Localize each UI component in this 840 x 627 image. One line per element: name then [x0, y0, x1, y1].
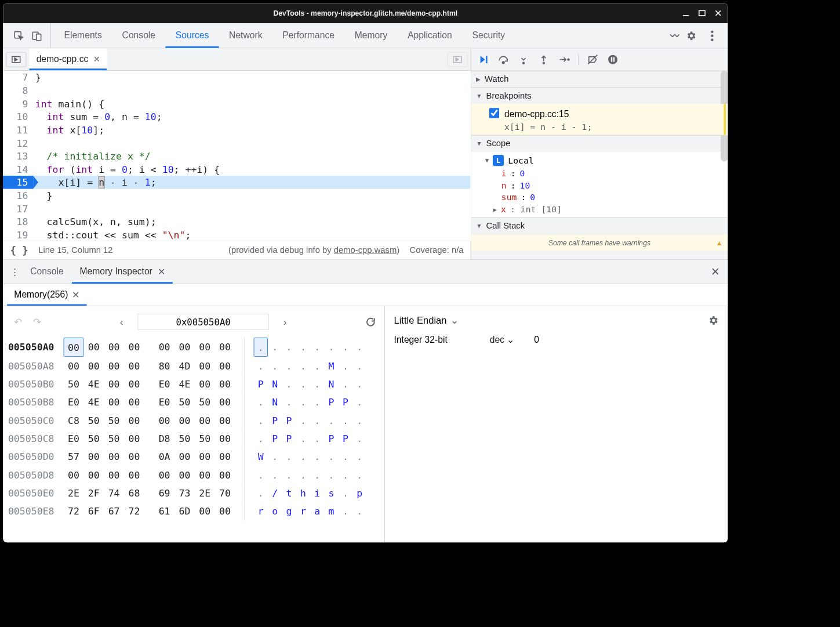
- ascii-char[interactable]: .: [339, 411, 352, 429]
- ascii-char[interactable]: .: [296, 357, 310, 375]
- hex-byte[interactable]: 00: [64, 338, 84, 357]
- tab-network[interactable]: Network: [219, 23, 272, 48]
- hex-byte[interactable]: E0: [154, 393, 174, 411]
- hex-byte[interactable]: 00: [124, 411, 144, 429]
- hex-byte[interactable]: 00: [174, 338, 195, 357]
- code-editor[interactable]: 7} 8 9int main() { 10 int sum = 0, n = 1…: [3, 71, 470, 241]
- ascii-char[interactable]: .: [254, 357, 268, 375]
- hex-byte[interactable]: 00: [195, 357, 215, 375]
- hex-byte[interactable]: 00: [64, 466, 84, 484]
- hex-byte[interactable]: 00: [174, 411, 195, 429]
- hex-byte[interactable]: 2E: [195, 484, 215, 502]
- ascii-char[interactable]: .: [352, 393, 366, 411]
- ascii-char[interactable]: P: [282, 411, 296, 429]
- hex-byte[interactable]: 00: [195, 375, 215, 393]
- scope-section-header[interactable]: ▼Scope: [471, 135, 728, 152]
- kebab-menu-icon[interactable]: [704, 27, 721, 45]
- history-back-icon[interactable]: ↶: [11, 316, 25, 328]
- hex-byte[interactable]: 00: [124, 338, 144, 357]
- hex-byte[interactable]: 00: [124, 375, 144, 393]
- hex-byte[interactable]: D8: [154, 429, 174, 447]
- more-tabs-icon[interactable]: [666, 27, 683, 45]
- close-memory-tab-icon[interactable]: ✕: [72, 289, 79, 300]
- hex-byte[interactable]: 00: [215, 338, 235, 357]
- breakpoint-item[interactable]: demo-cpp.cc:15 x[i] = n - i - 1;: [471, 104, 728, 135]
- hex-byte[interactable]: 00: [124, 466, 144, 484]
- hex-byte[interactable]: 00: [104, 375, 124, 393]
- settings-icon[interactable]: [682, 27, 700, 45]
- hex-byte[interactable]: 50: [195, 429, 215, 447]
- hex-byte[interactable]: 00: [104, 448, 124, 466]
- ascii-char[interactable]: .: [268, 448, 282, 466]
- hex-byte[interactable]: 00: [154, 338, 174, 357]
- ascii-char[interactable]: P: [324, 393, 338, 411]
- ascii-char[interactable]: .: [339, 338, 352, 357]
- drawer-tab-console[interactable]: Console: [22, 260, 71, 284]
- hex-byte[interactable]: 00: [195, 466, 215, 484]
- hex-byte[interactable]: 00: [195, 502, 215, 520]
- refresh-icon[interactable]: [362, 313, 380, 331]
- hex-byte[interactable]: 4E: [174, 375, 195, 393]
- window-maximize-button[interactable]: [697, 9, 707, 18]
- hex-byte[interactable]: 00: [174, 466, 195, 484]
- ascii-char[interactable]: .: [282, 448, 296, 466]
- hex-byte[interactable]: 50: [83, 411, 104, 429]
- ascii-char[interactable]: .: [296, 448, 310, 466]
- ascii-char[interactable]: .: [282, 338, 296, 357]
- ascii-char[interactable]: .: [282, 357, 296, 375]
- page-prev-icon[interactable]: ‹: [114, 316, 128, 328]
- wasm-link[interactable]: demo-cpp.wasm: [334, 245, 397, 255]
- tab-console[interactable]: Console: [112, 23, 165, 48]
- hex-byte[interactable]: 50: [104, 429, 124, 447]
- hex-byte[interactable]: 00: [195, 448, 215, 466]
- hex-byte[interactable]: 4E: [83, 393, 104, 411]
- ascii-char[interactable]: o: [268, 502, 282, 520]
- hex-byte[interactable]: 00: [124, 448, 144, 466]
- value-format-selector[interactable]: dec⌄: [490, 334, 514, 345]
- close-drawer-tab-icon[interactable]: ✕: [158, 266, 165, 277]
- pretty-print-icon[interactable]: { }: [10, 244, 28, 256]
- ascii-char[interactable]: W: [254, 448, 268, 466]
- hex-byte[interactable]: E0: [64, 429, 84, 447]
- hex-byte[interactable]: 4D: [174, 357, 195, 375]
- hex-byte[interactable]: 00: [215, 375, 235, 393]
- hex-byte[interactable]: 70: [215, 484, 235, 502]
- hex-byte[interactable]: 00: [154, 411, 174, 429]
- ascii-char[interactable]: .: [324, 466, 338, 484]
- ascii-char[interactable]: .: [352, 448, 366, 466]
- step-over-button[interactable]: [495, 52, 511, 68]
- hex-byte[interactable]: 0A: [154, 448, 174, 466]
- ascii-char[interactable]: .: [268, 466, 282, 484]
- close-tab-icon[interactable]: ✕: [93, 55, 100, 64]
- ascii-char[interactable]: N: [268, 393, 282, 411]
- debugger-toggle-icon[interactable]: [448, 52, 468, 67]
- ascii-char[interactable]: .: [282, 393, 296, 411]
- resume-button[interactable]: [475, 52, 492, 68]
- hex-byte[interactable]: 57: [64, 448, 84, 466]
- ascii-char[interactable]: h: [296, 484, 310, 502]
- hex-byte[interactable]: 00: [215, 466, 235, 484]
- ascii-char[interactable]: .: [339, 502, 352, 520]
- ascii-char[interactable]: /: [268, 484, 282, 502]
- ascii-char[interactable]: r: [296, 502, 310, 520]
- ascii-char[interactable]: .: [310, 338, 324, 357]
- hex-byte[interactable]: 72: [64, 502, 84, 520]
- hex-byte[interactable]: 50: [64, 375, 84, 393]
- hex-byte[interactable]: 6F: [83, 502, 104, 520]
- ascii-char[interactable]: .: [254, 429, 268, 447]
- hex-byte[interactable]: 00: [124, 393, 144, 411]
- hex-byte[interactable]: 00: [124, 429, 144, 447]
- ascii-char[interactable]: P: [282, 429, 296, 447]
- hex-byte[interactable]: E0: [64, 393, 84, 411]
- hex-byte[interactable]: 00: [215, 448, 235, 466]
- ascii-char[interactable]: .: [310, 411, 324, 429]
- step-button[interactable]: [556, 52, 572, 68]
- ascii-char[interactable]: .: [352, 411, 366, 429]
- ascii-char[interactable]: .: [339, 466, 352, 484]
- breakpoints-section-header[interactable]: ▼Breakpoints: [471, 88, 728, 104]
- ascii-char[interactable]: .: [254, 466, 268, 484]
- hex-byte[interactable]: 2E: [64, 484, 84, 502]
- scope-local-header[interactable]: ▼ L Local: [471, 154, 728, 167]
- hex-byte[interactable]: 00: [83, 448, 104, 466]
- ascii-char[interactable]: p: [352, 484, 366, 502]
